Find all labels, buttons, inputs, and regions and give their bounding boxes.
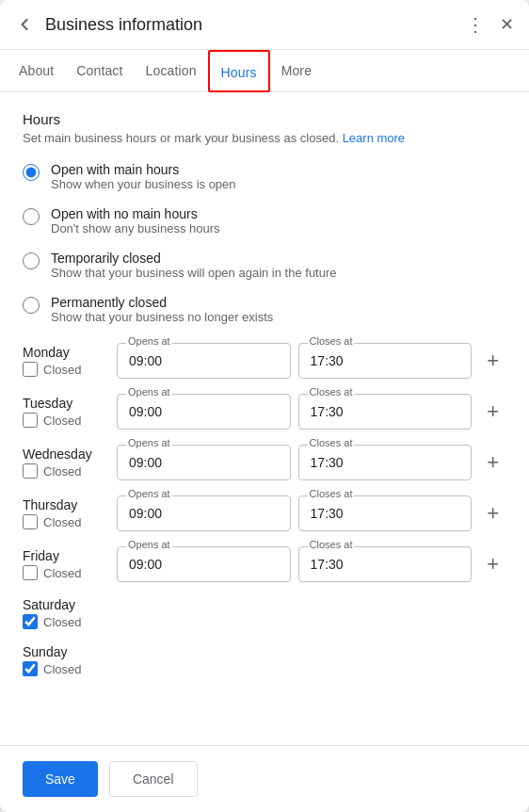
save-button[interactable]: Save [23,761,98,797]
closes-at-label-thursday: Closes at [308,488,355,499]
day-row-inner-wednesday: Wednesday Closed Opens at Closes at [23,445,506,480]
closes-at-wrapper-tuesday: Closes at [298,394,473,430]
closes-at-input-thursday[interactable] [298,495,473,531]
day-name-tuesday: Tuesday [23,396,117,411]
day-closed-label-friday: Closed [43,566,81,580]
day-closed-checkbox-saturday[interactable] [23,614,38,629]
day-closed-checkbox-monday[interactable] [23,362,38,377]
opens-at-label-friday: Opens at [126,539,172,550]
closes-at-label-friday: Closes at [308,539,355,550]
closes-at-label-monday: Closes at [308,335,355,347]
opens-at-label-monday: Opens at [126,335,172,347]
day-label-monday: Monday Closed [23,345,117,377]
closes-at-input-wednesday[interactable] [298,445,473,480]
day-closed-row-thursday: Closed [23,514,117,529]
add-hours-button-monday[interactable]: + [479,345,506,377]
days-section: Monday Closed Opens at Closes at [23,343,506,676]
radio-temp-closed-sublabel: Show that your business will open again … [51,266,337,280]
day-closed-checkbox-thursday[interactable] [23,514,38,529]
tab-location[interactable]: Location [135,50,208,92]
radio-open-no-main-label: Open with no main hours [51,206,220,221]
radio-temp-closed-label: Temporarily closed [51,251,337,266]
opens-at-wrapper-tuesday: Opens at [117,394,291,430]
tab-contact[interactable]: Contact [65,50,134,92]
section-title: Hours [23,111,506,127]
tab-about[interactable]: About [8,50,65,92]
radio-temp-closed-input[interactable] [23,252,40,269]
day-label-saturday: Saturday Closed [23,597,117,629]
day-row-thursday: Thursday Closed Opens at Closes at [23,495,506,531]
header: Business information ⋮ ✕ [0,0,529,50]
add-hours-button-wednesday[interactable]: + [479,447,506,479]
day-name-monday: Monday [23,345,117,360]
radio-perm-closed-input[interactable] [23,297,40,314]
radio-perm-closed-sublabel: Show that your business no longer exists [51,310,273,324]
radio-open-main-hours[interactable]: Open with main hours Show when your busi… [23,162,506,191]
day-closed-label-monday: Closed [43,363,81,377]
day-label-tuesday: Tuesday Closed [23,396,117,428]
back-button[interactable] [15,15,34,34]
day-name-saturday: Saturday [23,597,117,612]
section-description: Set main business hours or mark your bus… [23,131,506,145]
day-closed-checkbox-sunday[interactable] [23,661,38,676]
day-closed-row-saturday: Closed [23,614,117,629]
radio-perm-closed[interactable]: Permanently closed Show that your busine… [23,295,506,324]
opens-at-wrapper-thursday: Opens at [117,495,291,531]
day-closed-label-tuesday: Closed [43,414,81,428]
day-name-wednesday: Wednesday [23,447,117,462]
day-label-friday: Friday Closed [23,548,117,580]
radio-open-main-input[interactable] [23,164,40,181]
learn-more-link[interactable]: Learn more [343,131,405,145]
add-hours-button-thursday[interactable]: + [479,497,506,529]
day-closed-checkbox-wednesday[interactable] [23,463,38,479]
day-row-friday: Friday Closed Opens at Closes at [23,546,506,582]
day-closed-label-wednesday: Closed [43,464,81,479]
tab-more[interactable]: More [270,50,323,92]
day-closed-checkbox-friday[interactable] [23,565,38,580]
day-row-inner-friday: Friday Closed Opens at Closes at [23,546,506,582]
opens-at-input-thursday[interactable] [117,495,291,531]
opens-at-input-tuesday[interactable] [117,394,291,430]
radio-open-no-main[interactable]: Open with no main hours Don't show any b… [23,206,506,235]
day-time-fields-tuesday: Opens at Closes at + [117,394,506,430]
closes-at-label-tuesday: Closes at [308,386,355,398]
closes-at-wrapper-thursday: Closes at [298,495,473,531]
cancel-button[interactable]: Cancel [109,761,198,797]
radio-temp-closed[interactable]: Temporarily closed Show that your busine… [23,251,506,280]
day-label-wednesday: Wednesday Closed [23,447,117,479]
main-content: Hours Set main business hours or mark yo… [0,92,529,745]
day-row-inner-thursday: Thursday Closed Opens at Closes at [23,495,506,531]
radio-open-no-main-input[interactable] [23,208,40,225]
radio-open-main-sublabel: Show when your business is open [51,177,236,191]
opens-at-input-monday[interactable] [117,343,291,379]
opens-at-input-wednesday[interactable] [117,445,291,480]
add-hours-button-friday[interactable]: + [479,548,506,580]
footer: Save Cancel [0,745,529,812]
day-closed-row-friday: Closed [23,565,117,580]
day-row-monday: Monday Closed Opens at Closes at [23,343,506,379]
day-time-fields-monday: Opens at Closes at + [117,343,506,379]
day-closed-row-tuesday: Closed [23,413,117,428]
business-info-card: Business information ⋮ ✕ About Contact L… [0,0,529,812]
opens-at-label-tuesday: Opens at [126,386,172,398]
radio-open-main-label: Open with main hours [51,162,236,177]
add-hours-button-tuesday[interactable]: + [479,396,506,428]
day-closed-checkbox-tuesday[interactable] [23,413,38,428]
more-icon[interactable]: ⋮ [466,13,485,36]
closes-at-wrapper-monday: Closes at [298,343,473,379]
day-name-friday: Friday [23,548,117,563]
day-row-sunday: Sunday Closed [23,644,506,676]
closes-at-input-monday[interactable] [298,343,473,379]
page-title: Business information [45,15,466,35]
tab-hours[interactable]: Hours [208,50,270,92]
day-row-inner-saturday: Saturday Closed [23,597,506,629]
header-actions: ⋮ ✕ [466,13,514,36]
opens-at-input-friday[interactable] [117,546,291,582]
day-row-inner-tuesday: Tuesday Closed Opens at Closes at [23,394,506,430]
close-icon[interactable]: ✕ [500,14,514,35]
day-name-sunday: Sunday [23,644,117,659]
closes-at-input-tuesday[interactable] [298,394,473,430]
day-closed-label-thursday: Closed [43,515,81,529]
day-closed-label-saturday: Closed [43,615,81,629]
closes-at-input-friday[interactable] [298,546,473,582]
